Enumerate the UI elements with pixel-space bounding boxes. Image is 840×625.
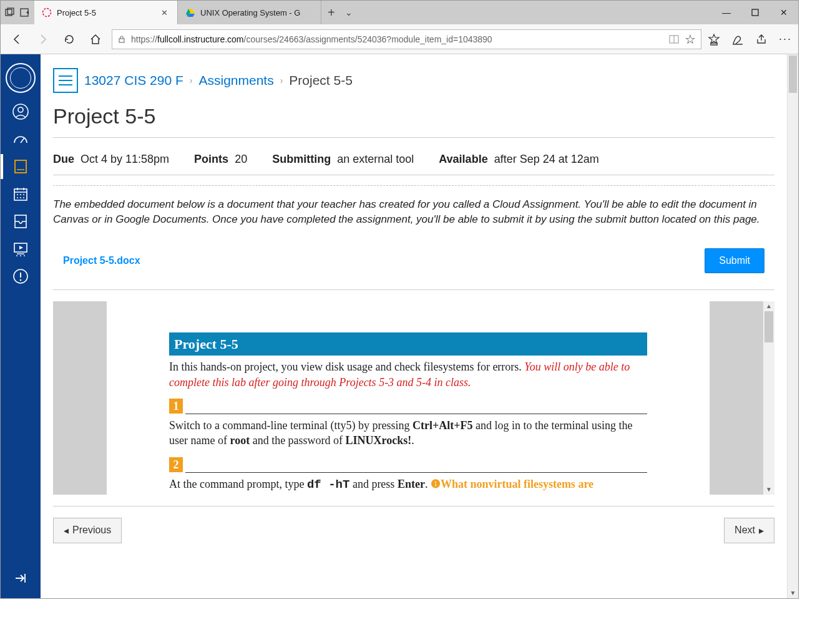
- next-button[interactable]: Next▸: [724, 518, 774, 543]
- chevron-icon: ›: [190, 75, 193, 85]
- close-tab-icon[interactable]: ✕: [161, 8, 170, 17]
- doc-intro: In this hands-on project, you view disk …: [169, 359, 647, 390]
- share-button[interactable]: [755, 33, 768, 46]
- canvas-sidebar: [1, 54, 41, 598]
- scroll-down-icon[interactable]: ▼: [763, 485, 774, 495]
- chevron-left-icon: ◂: [64, 525, 69, 536]
- chevron-icon: ›: [280, 75, 283, 85]
- favorite-icon[interactable]: ☆: [685, 32, 696, 47]
- submit-button[interactable]: Submit: [705, 248, 764, 273]
- close-window-button[interactable]: ✕: [769, 1, 798, 24]
- lock-icon: [117, 35, 126, 44]
- forward-button[interactable]: [33, 29, 53, 49]
- refresh-button[interactable]: [59, 29, 79, 49]
- previous-button[interactable]: ◂Previous: [53, 518, 122, 543]
- sidebar-account-icon[interactable]: [8, 99, 33, 124]
- window-titlebar: Project 5-5 ✕ UNIX Operating System - G …: [1, 1, 798, 24]
- hamburger-icon[interactable]: [53, 68, 78, 93]
- crumb-current: Project 5-5: [289, 73, 353, 88]
- sidebar-courses-icon[interactable]: [8, 154, 33, 179]
- home-button[interactable]: [85, 29, 105, 49]
- svg-point-23: [17, 197, 18, 198]
- svg-point-21: [20, 194, 21, 195]
- canvas-favicon: [42, 7, 52, 17]
- sidebar-calendar-icon[interactable]: [8, 182, 33, 206]
- browser-toolbar: https://fullcoll.instructure.com/courses…: [1, 24, 798, 54]
- svg-point-22: [23, 194, 24, 195]
- chevron-right-icon: ▸: [759, 525, 764, 536]
- scrollbar-thumb[interactable]: [764, 311, 773, 342]
- doc-heading: Project 5-5: [169, 332, 647, 356]
- available-value: after Sep 24 at 12am: [494, 153, 599, 165]
- institution-logo[interactable]: [6, 63, 36, 93]
- page-scrollbar[interactable]: ▲ ▼: [787, 54, 798, 598]
- module-navigation: ◂Previous Next▸: [53, 506, 774, 543]
- document-link[interactable]: Project 5-5.docx: [63, 255, 140, 266]
- step-number: 1: [169, 399, 183, 414]
- submitting-label: Submitting: [272, 153, 331, 165]
- maximize-button[interactable]: [741, 1, 769, 24]
- address-bar[interactable]: https://fullcoll.instructure.com/courses…: [112, 29, 701, 49]
- svg-point-34: [20, 279, 22, 281]
- svg-point-20: [17, 194, 18, 195]
- instructions-text: The embedded document below is a documen…: [53, 197, 774, 227]
- tab-title: UNIX Operating System - G: [200, 8, 313, 17]
- sidebar-inbox-icon[interactable]: [8, 209, 33, 234]
- assignment-details: Due Oct 4 by 11:58pm Points 20 Submittin…: [53, 153, 774, 175]
- svg-rect-5: [119, 39, 124, 42]
- svg-point-24: [20, 197, 21, 198]
- svg-line-13: [21, 138, 24, 143]
- page-title: Project 5-5: [53, 104, 774, 138]
- svg-point-29: [16, 255, 17, 256]
- step-number: 2: [169, 457, 183, 472]
- due-value: Oct 4 by 11:58pm: [81, 153, 169, 165]
- reading-view-icon[interactable]: [668, 34, 680, 45]
- url-text: https://fullcoll.instructure.com/courses…: [131, 34, 492, 44]
- points-label: Points: [194, 153, 228, 165]
- sidebar-help-icon[interactable]: [8, 264, 33, 289]
- svg-point-3: [43, 9, 51, 17]
- crumb-section[interactable]: Assignments: [198, 73, 273, 88]
- set-aside-tabs-icon[interactable]: [19, 7, 31, 18]
- step-1-text: Switch to a command-line terminal (tty5)…: [169, 418, 647, 448]
- available-label: Available: [439, 153, 487, 165]
- breadcrumb: 13027 CIS 290 F › Assignments › Project …: [53, 61, 774, 104]
- new-tab-icon[interactable]: +: [328, 6, 335, 20]
- svg-rect-14: [15, 160, 26, 173]
- scrollbar-thumb[interactable]: [789, 56, 797, 93]
- gdrive-favicon: [185, 7, 195, 17]
- tab-menu-chevron-icon[interactable]: ⌄: [345, 7, 353, 17]
- svg-point-30: [20, 255, 21, 256]
- embedded-document: Project 5-5 In this hands-on project, yo…: [53, 301, 774, 495]
- sidebar-studio-icon[interactable]: [8, 236, 33, 261]
- sidebar-expand-icon[interactable]: [8, 566, 33, 591]
- scroll-down-icon[interactable]: ▼: [788, 587, 798, 598]
- divider: [53, 185, 774, 186]
- svg-rect-4: [752, 9, 758, 16]
- tab-actions-icon[interactable]: [4, 7, 16, 18]
- back-button[interactable]: [7, 29, 27, 49]
- points-value: 20: [235, 153, 247, 165]
- svg-point-31: [24, 255, 25, 256]
- browser-tab[interactable]: UNIX Operating System - G: [178, 1, 321, 24]
- svg-point-25: [23, 197, 24, 198]
- notes-button[interactable]: [731, 33, 744, 46]
- step-2-text: At the command prompt, type df -hT and p…: [169, 477, 647, 495]
- svg-point-12: [18, 107, 23, 112]
- scroll-up-icon[interactable]: ▲: [763, 301, 774, 311]
- due-label: Due: [53, 153, 74, 165]
- browser-tab-active[interactable]: Project 5-5 ✕: [34, 1, 178, 24]
- tab-title: Project 5-5: [57, 8, 156, 17]
- crumb-course[interactable]: 13027 CIS 290 F: [84, 73, 183, 88]
- more-button[interactable]: ···: [779, 32, 792, 46]
- favorites-button[interactable]: [708, 33, 720, 46]
- minimize-button[interactable]: —: [712, 1, 741, 24]
- submitting-value: an external tool: [337, 153, 414, 165]
- sidebar-dashboard-icon[interactable]: [8, 127, 33, 152]
- doc-scrollbar[interactable]: ▲ ▼: [763, 301, 774, 495]
